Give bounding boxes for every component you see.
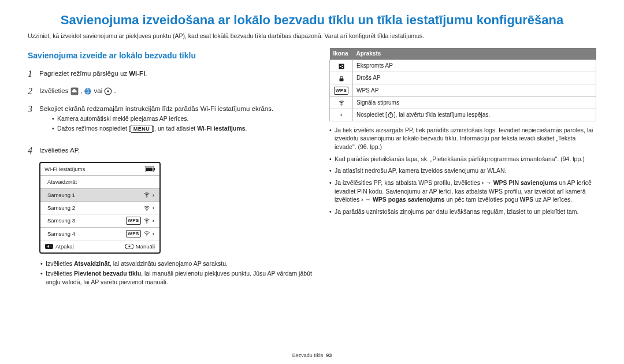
step-1: Pagrieziet režīmu pārslēgu uz Wi-Fi. (39, 68, 147, 80)
chevron-right-icon: › (340, 112, 342, 118)
svg-point-3 (107, 91, 110, 93)
svg-point-13 (128, 246, 130, 247)
wps-badge: WPS (126, 230, 141, 237)
chevron-right-icon: › (153, 217, 154, 224)
row-signal: Signāla stiprums (353, 96, 596, 109)
wifi-icon (143, 217, 150, 224)
step-3-sub-2: Dažos režīmos nospiediet [MENU], un tad … (52, 124, 273, 133)
svg-rect-5 (146, 168, 153, 171)
device-row-refresh: Atsvaidzināt (40, 175, 159, 188)
device-title: Wi-Fi iestatījums (44, 165, 85, 173)
timer-icon (387, 112, 394, 118)
step-number-2: 2 (28, 85, 39, 98)
step-2: Izvēlieties , vai . (39, 85, 116, 98)
device-row-samsung-2: Samsung 2 › (40, 201, 159, 214)
wifi-icon (143, 230, 150, 237)
right-li-4: Ja izvēlēsities PP, kas atbalsta WPS pro… (329, 179, 596, 204)
device-row-samsung-3: Samsung 3 WPS › (40, 214, 159, 226)
page-title: Savienojuma izveidošana ar lokālo bezvad… (28, 12, 596, 29)
step-number-4: 4 (28, 144, 39, 157)
svg-rect-18 (339, 78, 343, 81)
signal-icon (338, 99, 345, 106)
right-li-3: Ja atlasīsit nedrošu AP, kamera izveidos… (329, 166, 596, 175)
adhoc-icon (338, 63, 345, 70)
cloud-icon (70, 87, 79, 95)
svg-point-7 (146, 197, 147, 198)
device-row-samsung-1: Samsung 1 › (40, 188, 159, 201)
wps-badge: WPS (126, 217, 141, 224)
svg-point-9 (146, 222, 147, 224)
svg-point-15 (340, 66, 341, 67)
step-number-1: 1 (28, 68, 39, 80)
wifi-label: Wi-Fi (129, 70, 145, 77)
back-button: Atpakaļ (45, 243, 74, 250)
wifi-settings-mockup: Wi-Fi iestatījums Atsvaidzināt Samsung 1… (39, 162, 161, 254)
menu-keycap: MENU (131, 125, 153, 133)
step-4: Izvēlieties AP. (39, 144, 80, 157)
page-footer: Bezvadu tīkls 93 (0, 352, 624, 359)
th-desc: Apraksts (353, 48, 596, 60)
svg-point-10 (146, 236, 147, 237)
lock-icon (338, 75, 345, 82)
svg-rect-6 (154, 168, 155, 170)
step-3-sub-1: Kamera automātiski meklē pieejamas AP ie… (52, 114, 273, 123)
th-icon: Ikona (330, 48, 353, 60)
row-adhoc: Ekspromts AP (353, 60, 596, 72)
icon-table: Ikona Apraksts Ekspromts AP Drošs AP WPS… (329, 48, 596, 121)
circle-dot-icon (104, 87, 112, 95)
globe-icon (84, 87, 92, 95)
step-number-3: 3 (28, 103, 39, 140)
step-3: Sekojiet ekrānā redzamajām instrukcijām … (39, 103, 273, 140)
device-row-samsung-4: Samsung 4 WPS › (40, 227, 159, 240)
svg-rect-14 (339, 64, 344, 69)
wifi-icon (143, 205, 150, 211)
svg-point-8 (146, 210, 147, 211)
chevron-right-icon: › (153, 230, 154, 237)
manual-button: Manuāli (125, 243, 155, 250)
svg-point-1 (84, 88, 91, 95)
page-intro: Uzziniet, kā izveidot savienojumu ar pie… (28, 32, 596, 40)
right-li-2: Kad parādās pieteikšanās lapa, sk. „Piet… (329, 155, 596, 164)
row-options: Nospiediet [], lai atvērtu tīkla iestatī… (353, 109, 596, 121)
right-li-5: Ja parādās uznirstošais ziņojums par dat… (329, 207, 596, 216)
wps-badge: WPS (334, 87, 349, 94)
chevron-right-icon: › (153, 204, 154, 211)
after-device-1: Izvēlieties Atsvaidzināt, lai atsvaidzin… (40, 259, 314, 268)
row-secure: Drošs AP (353, 72, 596, 84)
chevron-right-icon: › (153, 191, 154, 199)
section-title: Savienojuma izveide ar lokālo bezvadu tī… (28, 50, 314, 62)
wifi-icon (143, 191, 150, 198)
row-wps: WPS AP (353, 84, 596, 96)
after-device-2: Izvēlieties Pievienot bezvadu tīklu, lai… (40, 269, 314, 286)
svg-point-19 (341, 105, 342, 106)
right-li-1: Ja tiek izvēlēts aizsargāts PP, tiek par… (329, 126, 596, 151)
battery-icon (145, 166, 155, 172)
